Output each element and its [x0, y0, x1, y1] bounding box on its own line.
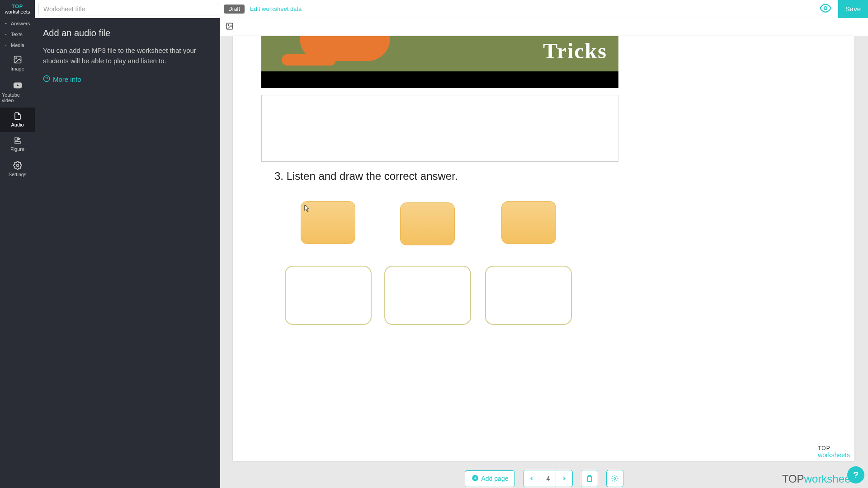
figure-icon: [14, 136, 22, 145]
pager: [523, 470, 573, 487]
brand-top: TOP: [782, 473, 804, 485]
sidebar-item-label: Figure: [10, 146, 24, 152]
sidebar-item-settings[interactable]: Settings: [0, 156, 35, 182]
draw-box[interactable]: [285, 266, 372, 325]
draft-badge: Draft: [224, 5, 245, 14]
answer-box[interactable]: [400, 202, 455, 245]
text-block[interactable]: [261, 95, 618, 162]
sidebar-item-label: Texts: [11, 32, 23, 37]
sidebar-item-label: Image: [10, 66, 24, 71]
logo-top: TOP: [12, 4, 23, 9]
gear-icon: [13, 161, 22, 170]
sidebar-item-figure[interactable]: Figure: [0, 132, 35, 156]
save-button[interactable]: Save: [838, 0, 868, 18]
add-page-button[interactable]: Add page: [465, 470, 515, 487]
sidebar-item-audio[interactable]: Audio: [0, 108, 35, 132]
sidebar-item-media[interactable]: Media: [0, 40, 35, 51]
bottom-bar: Add page: [220, 469, 868, 488]
topbar: TOP worksheets Draft Edit worksheet data…: [0, 0, 868, 18]
plus-circle-icon: [472, 474, 479, 483]
logo-bottom: worksheets: [5, 9, 30, 14]
svg-point-8: [228, 24, 229, 25]
chevron-down-icon: [4, 21, 8, 26]
sidebar-item-texts[interactable]: Texts: [0, 29, 35, 40]
edit-worksheet-data-link[interactable]: Edit worksheet data: [250, 5, 302, 12]
draw-box[interactable]: [485, 266, 572, 325]
video-title-text: Tricks: [543, 38, 607, 63]
sidebar-item-youtube[interactable]: Youtube video: [0, 76, 35, 108]
page-settings-button[interactable]: [606, 470, 623, 487]
sidebar-item-label: Audio: [11, 122, 24, 127]
page-number-input[interactable]: [540, 470, 556, 487]
help-button[interactable]: ?: [847, 466, 864, 483]
sidebar-item-label: Media: [11, 42, 24, 48]
watermark-top: TOP: [818, 445, 850, 451]
audio-panel: Add an audio file You can add an MP3 fil…: [35, 18, 220, 488]
question-text: 3. Listen and draw the correct answer.: [274, 170, 458, 183]
sidebar-item-answers[interactable]: Answers: [0, 18, 35, 29]
video-thumbnail: Tricks: [261, 36, 618, 71]
svg-point-4: [16, 164, 19, 167]
more-info-label: More info: [53, 75, 81, 83]
canvas-toolbar: [220, 18, 868, 36]
svg-point-2: [15, 58, 17, 59]
video-block[interactable]: Tricks: [261, 36, 618, 88]
sidebar: Answers Texts Media Image Youtube video …: [0, 18, 35, 488]
sidebar-item-image[interactable]: Image: [0, 51, 35, 76]
add-page-label: Add page: [481, 475, 509, 482]
youtube-icon: [13, 80, 23, 90]
audio-icon: [14, 112, 22, 120]
delete-page-button[interactable]: [581, 470, 598, 487]
question-circle-icon: [43, 75, 50, 84]
draw-box[interactable]: [384, 266, 471, 325]
image-icon: [13, 55, 22, 64]
sidebar-item-label: Answers: [11, 21, 30, 26]
svg-point-0: [824, 6, 827, 9]
answer-box[interactable]: [301, 201, 355, 244]
worksheet-title-input[interactable]: [38, 3, 219, 15]
svg-rect-3: [15, 138, 17, 140]
svg-point-10: [614, 478, 616, 479]
prev-page-button[interactable]: [524, 470, 540, 487]
watermark: TOP worksheets: [818, 445, 850, 459]
illustration-shape: [282, 54, 336, 66]
chevron-down-icon: [4, 43, 8, 47]
preview-icon[interactable]: [820, 2, 831, 16]
panel-description: You can add an MP3 file to the worksheet…: [43, 46, 212, 66]
canvas-area: Tricks 3. Listen and draw the correct an…: [220, 18, 868, 488]
topbar-right: Save: [820, 0, 868, 18]
panel-title: Add an audio file: [43, 28, 212, 38]
worksheet-page[interactable]: Tricks 3. Listen and draw the correct an…: [233, 36, 854, 461]
next-page-button[interactable]: [556, 470, 572, 487]
watermark-bot: worksheets: [818, 451, 850, 459]
more-info-link[interactable]: More info: [43, 75, 81, 84]
logo[interactable]: TOP worksheets: [0, 0, 35, 18]
sidebar-item-label: Settings: [9, 172, 27, 177]
chevron-down-icon: [4, 32, 8, 37]
image-tool-icon[interactable]: [226, 22, 234, 32]
answer-box[interactable]: [501, 201, 556, 244]
sidebar-item-label: Youtube video: [2, 92, 33, 103]
